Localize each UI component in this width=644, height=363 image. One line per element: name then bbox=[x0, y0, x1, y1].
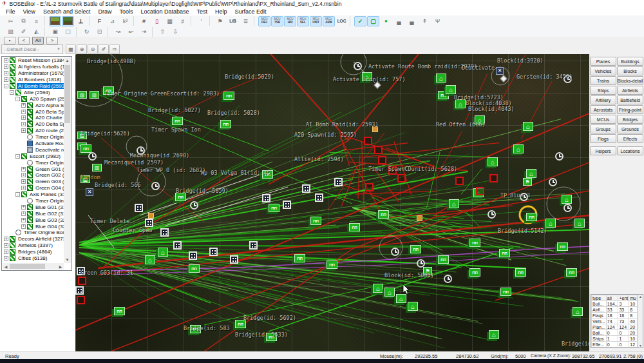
edit-objects-button[interactable]: ▧ bbox=[5, 26, 17, 37]
spawn-point-icon[interactable] bbox=[249, 241, 258, 250]
expand-icon[interactable]: + bbox=[4, 64, 8, 69]
enemy-marker-icon[interactable] bbox=[397, 174, 406, 182]
spawn-point-icon[interactable] bbox=[230, 255, 238, 264]
tree-item-a20-charlie-spawn[interactable]: +A20 Charlie Spawn bbox=[3, 115, 64, 121]
expand-icon[interactable]: + bbox=[4, 58, 8, 63]
collapse-icon[interactable]: - bbox=[15, 192, 20, 197]
expand-icon[interactable]: + bbox=[21, 115, 26, 120]
building-icon[interactable]: ⌂ bbox=[574, 219, 585, 228]
green-dot-button[interactable]: ● bbox=[380, 16, 392, 26]
collapse-icon[interactable]: - bbox=[4, 84, 8, 88]
tree-item-decors-airfield-3273[interactable]: +Decors Airfield (3273) bbox=[3, 236, 64, 242]
palette-flags-button[interactable]: Flags bbox=[590, 134, 616, 143]
bridge-icon[interactable]: ΠΠ bbox=[114, 307, 125, 315]
bridge-icon[interactable]: ΠΠ bbox=[189, 264, 200, 273]
check-links-button[interactable]: ✓ bbox=[354, 16, 366, 26]
paste-type-button[interactable]: ≡ bbox=[30, 16, 43, 26]
scroll-right-icon[interactable]: ▶ bbox=[57, 263, 64, 270]
palette-vehicles-button[interactable]: Vehicles bbox=[590, 66, 616, 75]
bridge-icon[interactable]: ΠΠ bbox=[410, 245, 421, 253]
antenna-b-button[interactable]: Ψ bbox=[431, 16, 444, 26]
menu-help[interactable]: Help bbox=[212, 8, 231, 15]
path-insert-button[interactable]: ⇥ bbox=[138, 26, 150, 37]
enemy-marker-icon[interactable] bbox=[476, 187, 484, 195]
palette-firing-point-button[interactable]: Firing-point bbox=[617, 105, 643, 114]
building-icon[interactable]: ⌂ bbox=[145, 255, 155, 264]
building-icon[interactable]: ⌂ bbox=[488, 157, 498, 166]
image-frame-button[interactable]: ▢ bbox=[62, 26, 74, 37]
cell-info-button[interactable]: ▦ bbox=[164, 16, 176, 26]
red-frame-button[interactable]: ▯ bbox=[151, 16, 163, 26]
tree-item-airfields-3397[interactable]: +Airfields (3397) bbox=[3, 242, 64, 249]
waypoint-marker-icon[interactable] bbox=[148, 213, 154, 219]
decal-grid-button[interactable]: ▦ bbox=[66, 44, 76, 54]
vehicle-icon[interactable]: ▥ bbox=[90, 91, 99, 99]
bridge-icon[interactable]: ΠΠ bbox=[349, 223, 360, 231]
map-canvas[interactable]: ▥▥▥▥▥▥ΠΠΠΠΠΠΠΠΠΠΠΠΠΠΠΠΠΠΠΠΠΠΠΠΠΠΠΠΠΠΠΠΠΠ… bbox=[75, 54, 589, 351]
menu-draw[interactable]: Draw bbox=[95, 8, 115, 15]
tree-item-blue-g02-3191[interactable]: +Blue G02 (3191) bbox=[3, 210, 64, 217]
tree-item-bridges-4864[interactable]: +Bridges (4864) bbox=[3, 249, 64, 255]
enemy-marker-icon[interactable] bbox=[364, 137, 372, 145]
spawn-point-icon[interactable] bbox=[173, 241, 182, 250]
airfield-b-button[interactable]: ▄ bbox=[406, 16, 418, 26]
filter-current-button[interactable]: • bbox=[4, 37, 15, 44]
counts-scrollbar[interactable]: ▲ ▼ bbox=[638, 295, 643, 348]
menu-tools[interactable]: Tools bbox=[116, 8, 136, 15]
deactivate-marker-icon[interactable]: ✕ bbox=[496, 67, 504, 75]
mcu-sel-button[interactable]: MCUSEL bbox=[297, 16, 309, 26]
expand-icon[interactable]: + bbox=[4, 250, 8, 254]
enemy-marker-icon[interactable] bbox=[378, 156, 386, 164]
spawn-point-icon[interactable] bbox=[189, 251, 197, 260]
tree-item-activate-route-bo[interactable]: Activate Route Bo bbox=[3, 141, 64, 147]
bridge-icon[interactable]: ΠΠ bbox=[515, 268, 526, 277]
expand-icon[interactable]: + bbox=[21, 122, 26, 126]
vehicle-icon[interactable]: ▥ bbox=[92, 164, 102, 172]
palette-effects-button[interactable]: Effects bbox=[617, 134, 643, 143]
timer-icon[interactable] bbox=[444, 275, 452, 283]
menu-surface-edit[interactable]: Surface Edit bbox=[232, 8, 270, 15]
expand-icon[interactable]: + bbox=[4, 243, 8, 248]
expand-icon[interactable]: + bbox=[21, 128, 26, 133]
counts-header-type[interactable]: type bbox=[592, 295, 607, 301]
tree-item-ai-bombers-1818[interactable]: +AI Bombers (1818) bbox=[3, 77, 64, 83]
ground-texture-button[interactable]: ⊥ bbox=[75, 16, 87, 26]
filter-prev-button[interactable]: < bbox=[18, 37, 30, 44]
collapse-icon[interactable]: - bbox=[15, 97, 20, 101]
tick-button[interactable]: ' bbox=[195, 16, 207, 26]
bridge-icon[interactable]: ΠΠ bbox=[294, 254, 305, 262]
tree-item-blue-g04-3245[interactable]: +Blue G04 (3245) bbox=[3, 223, 64, 230]
vehicle-icon[interactable]: ▥ bbox=[77, 91, 87, 99]
building-icon[interactable]: ⌂ bbox=[573, 307, 583, 316]
counts-header-all[interactable]: all bbox=[606, 295, 618, 301]
tree-item-timer-origine-axis-blu[interactable]: Timer Origine Axis Blu bbox=[3, 198, 64, 204]
timer-icon[interactable] bbox=[354, 62, 362, 70]
expand-icon[interactable]: + bbox=[21, 218, 26, 222]
tree-item-blue-g03-3218[interactable]: +Blue G03 (3218) bbox=[3, 217, 64, 223]
tree-item-timer-origine-bomb-raid[interactable]: Timer Origine Bomb raid ( bbox=[3, 230, 64, 236]
bridge-icon[interactable]: ΠΠ bbox=[172, 117, 183, 125]
building-icon[interactable]: ⌂ bbox=[523, 122, 533, 131]
flag-filter-button[interactable]: ⚑ bbox=[214, 16, 226, 26]
menu-view[interactable]: View bbox=[20, 8, 39, 15]
palette-aerostats-button[interactable]: Aerostats bbox=[590, 105, 616, 114]
loc-button[interactable]: LOC bbox=[336, 16, 348, 26]
expand-icon[interactable]: + bbox=[4, 71, 8, 75]
building-icon[interactable]: ⌂ bbox=[396, 294, 406, 303]
timer-icon[interactable] bbox=[564, 204, 572, 212]
expand-icon[interactable]: + bbox=[21, 110, 26, 114]
decal-remove-button[interactable]: ⊝ bbox=[88, 44, 98, 54]
decal-dropdown[interactable]: --Default Decal-- ▼ bbox=[1, 44, 63, 54]
expand-icon[interactable]: + bbox=[21, 173, 26, 177]
path-curve-button[interactable]: ↜ bbox=[125, 26, 137, 37]
spawn-point-icon[interactable] bbox=[315, 193, 323, 202]
tree-hscrollbar[interactable]: ◀ ▶ bbox=[3, 263, 64, 270]
bridge-icon[interactable]: ΠΠ bbox=[327, 260, 337, 269]
group-export-button[interactable]: ⇩ bbox=[169, 26, 182, 37]
bridge-icon[interactable]: ΠΠ bbox=[557, 242, 568, 251]
palette-blocks-detail-button[interactable]: Blocks-detail bbox=[617, 76, 643, 85]
palette-artillery-button[interactable]: Artillery bbox=[590, 95, 616, 104]
green-frame-button[interactable]: ▢ bbox=[367, 16, 379, 26]
expand-icon[interactable]: + bbox=[4, 77, 8, 82]
copy-button[interactable]: ⧉ bbox=[17, 16, 30, 26]
